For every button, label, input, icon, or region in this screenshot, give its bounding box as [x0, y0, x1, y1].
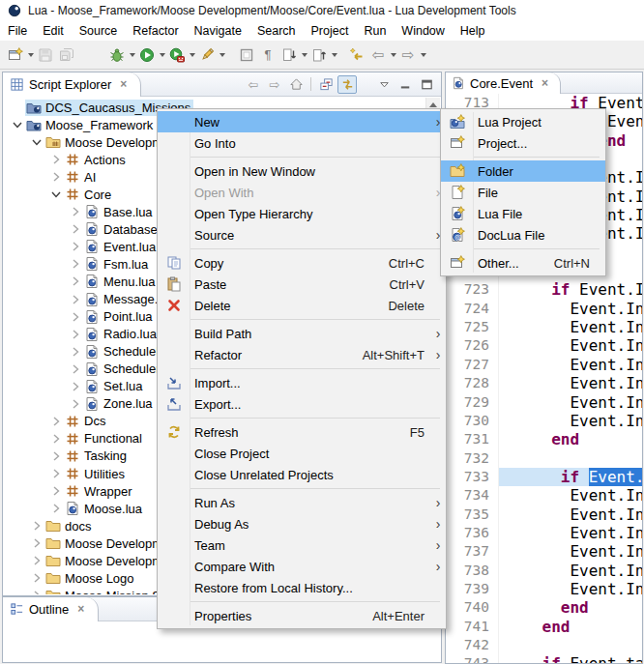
menu-item-delete[interactable]: DeleteDelete [158, 295, 446, 316]
chevron-right-icon[interactable] [48, 466, 64, 481]
code-line-737[interactable]: Event.IniDCSGroupName = Event.IniDCSGrou… [499, 542, 642, 561]
chevron-right-icon[interactable] [68, 204, 83, 219]
chevron-right-icon[interactable] [68, 239, 83, 254]
collapse-all-icon[interactable] [316, 75, 336, 94]
prev-annotation-icon[interactable] [308, 44, 330, 66]
menu-item-go-into[interactable]: Go Into [158, 132, 446, 154]
tab-editor-core-event[interactable]: Core.Event × [446, 72, 561, 94]
dropdown-caret-icon[interactable] [300, 44, 308, 66]
mark-occurrences-icon[interactable] [236, 44, 257, 66]
menubar-item-navigate[interactable]: Navigate [187, 22, 249, 40]
menubar-item-refactor[interactable]: Refactor [125, 22, 186, 40]
show-whitespace-icon[interactable]: ¶ [257, 44, 278, 66]
code-line-724[interactable]: Event.IniDCSUnit = Event.initiator [499, 300, 642, 318]
chevron-right-icon[interactable] [48, 152, 64, 167]
menu-item-restore-from-local-history[interactable]: Restore from Local History... [158, 577, 446, 598]
code-line-733[interactable]: if Event.initiator ~= nil then [499, 468, 642, 486]
link-with-editor-icon[interactable] [337, 75, 357, 94]
code-line-730[interactable]: Event.IniCoalition = Event.IniDCSUnit:ge… [499, 412, 642, 430]
menu-item-new[interactable]: New› [158, 111, 446, 132]
chevron-right-icon[interactable] [48, 431, 64, 447]
dropdown-caret-icon[interactable] [188, 44, 196, 66]
menubar-item-search[interactable]: Search [249, 22, 304, 40]
code-line-728[interactable]: Event.IniUnitName = Event.IniDCSUnitName [499, 374, 642, 392]
run-history-icon[interactable] [166, 44, 188, 66]
chevron-right-icon[interactable] [29, 535, 44, 551]
close-icon[interactable]: × [77, 602, 84, 616]
chevron-right-icon[interactable] [68, 309, 83, 325]
run-icon[interactable] [136, 44, 158, 66]
menu-item-lua-file[interactable]: Lua File [441, 203, 605, 224]
menubar-item-window[interactable]: Window [394, 22, 452, 40]
next-annotation-icon[interactable] [278, 44, 300, 66]
chevron-right-icon[interactable] [48, 448, 64, 464]
debug-icon[interactable] [106, 44, 128, 66]
code-line-725[interactable]: Event.IniDCSGroup = Event.IniDCSUnit:get… [499, 318, 642, 336]
menu-item-team[interactable]: Team› [158, 534, 446, 556]
dropdown-caret-icon[interactable] [128, 44, 136, 66]
dropdown-caret-icon[interactable] [26, 44, 35, 66]
code-line-729[interactable]: Event.IniGroupName = Event.IniDCSGroupNa… [499, 393, 642, 412]
menu-item-folder[interactable]: Folder [441, 160, 605, 182]
chevron-down-icon[interactable] [29, 134, 44, 150]
back-icon[interactable]: ⇦ [367, 44, 389, 66]
menubar-item-file[interactable]: File [0, 22, 35, 40]
close-icon[interactable]: × [120, 77, 127, 91]
tab-outline[interactable]: Outline × [3, 597, 99, 621]
menu-item-doclua-file[interactable]: @DocLua File [441, 224, 605, 245]
code-line-727[interactable]: Event.IniDCSGroupName = "" [499, 356, 642, 374]
maximize-icon[interactable] [417, 75, 436, 94]
menu-item-file[interactable]: File [441, 182, 605, 203]
menu-item-project[interactable]: Project... [441, 132, 605, 154]
dropdown-caret-icon[interactable] [419, 44, 427, 66]
menu-item-other[interactable]: Other...Ctrl+N [441, 252, 605, 274]
code-line-731[interactable]: end [499, 430, 642, 448]
menubar-item-project[interactable]: Project [304, 22, 357, 40]
chevron-right-icon[interactable] [68, 292, 83, 307]
chevron-down-icon[interactable] [10, 117, 25, 132]
menu-item-import[interactable]: Import... [158, 372, 446, 393]
menu-item-properties[interactable]: PropertiesAlt+Enter [158, 605, 446, 626]
menu-item-open-in-new-window[interactable]: Open in New Window [158, 160, 446, 182]
menu-item-source[interactable]: Source› [158, 224, 446, 245]
menu-item-lua-project[interactable]: Lua Project [441, 111, 605, 132]
code-line-739[interactable]: Event.IniGroupName = Event.IniDCSGroupNa… [499, 580, 642, 598]
code-line-736[interactable]: Event.IniDCSUnitName = Event.IniDCSUnit:… [499, 524, 642, 542]
menu-item-refactor[interactable]: RefactorAlt+Shift+T› [158, 344, 446, 365]
chevron-right-icon[interactable] [29, 588, 44, 594]
view-up-icon[interactable] [286, 75, 306, 94]
new-wizard-icon[interactable] [5, 44, 26, 66]
tab-script-explorer[interactable]: Script Explorer × [3, 72, 141, 97]
dropdown-caret-icon[interactable] [218, 44, 226, 66]
menu-item-export[interactable]: Export... [158, 393, 446, 415]
menubar-item-run[interactable]: Run [356, 22, 394, 40]
code-line-742[interactable] [499, 636, 642, 654]
code-line-723[interactable]: if Event.IniObjectCategory == Object.Cat… [499, 280, 642, 299]
menu-item-open-with[interactable]: Open With› [158, 182, 446, 203]
minimize-icon[interactable] [395, 75, 415, 94]
view-menu-icon[interactable] [374, 75, 394, 94]
chevron-right-icon[interactable] [48, 483, 64, 499]
view-back-icon[interactable]: ⇦ [244, 75, 263, 94]
chevron-right-icon[interactable] [29, 553, 44, 568]
chevron-down-icon[interactable] [48, 187, 64, 202]
external-tools-icon[interactable] [196, 44, 218, 66]
menu-item-close-project[interactable]: Close Project [158, 443, 446, 464]
chevron-right-icon[interactable] [68, 256, 83, 272]
chevron-right-icon[interactable] [68, 221, 83, 237]
close-icon[interactable]: × [542, 76, 548, 90]
code-line-738[interactable]: Event.IniUnitName = Event.IniDCSUnitName [499, 562, 642, 580]
menu-item-open-type-hierarchy[interactable]: Open Type Hierarchy [158, 203, 446, 224]
menu-item-copy[interactable]: CopyCtrl+C [158, 252, 446, 274]
menu-item-close-unrelated-projects[interactable]: Close Unrelated Projects [158, 464, 446, 485]
code-line-734[interactable]: Event.IniDCSUnit = Event.initiator [499, 486, 642, 505]
code-line-726[interactable]: Event.IniDCSUnitName = Event.IniDCSUnit:… [499, 336, 642, 355]
dropdown-caret-icon[interactable] [330, 44, 338, 66]
menubar-item-edit[interactable]: Edit [35, 22, 72, 40]
code-line-741[interactable]: end [499, 618, 642, 636]
code-line-732[interactable] [499, 449, 642, 468]
menu-item-paste[interactable]: PasteCtrl+V [158, 274, 446, 295]
chevron-right-icon[interactable] [48, 414, 64, 429]
menu-item-run-as[interactable]: Run As› [158, 492, 446, 513]
chevron-right-icon[interactable] [29, 518, 44, 534]
